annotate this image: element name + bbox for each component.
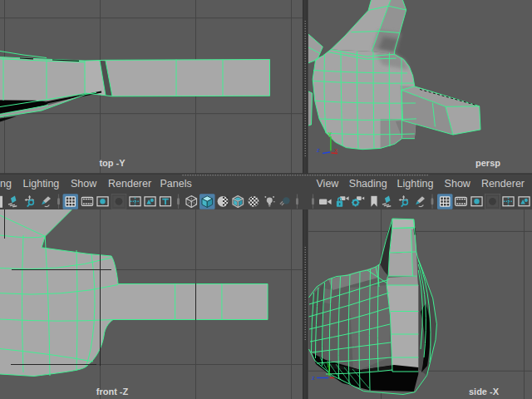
svg-text:Show: Show (71, 178, 97, 190)
svg-text:z: z (317, 147, 320, 153)
svg-text:Lighting: Lighting (397, 178, 434, 190)
svg-text:ng: ng (0, 178, 12, 190)
svg-text:Renderer: Renderer (481, 178, 525, 190)
svg-text:Renderer: Renderer (108, 178, 151, 190)
svg-text:front -Z: front -Z (96, 387, 129, 397)
svg-text:y: y (327, 361, 330, 367)
svg-text:Shading: Shading (349, 178, 387, 190)
svg-text:y: y (328, 131, 332, 137)
svg-text:Panels: Panels (160, 178, 192, 190)
svg-text:Lighting: Lighting (23, 178, 60, 190)
svg-text:Show: Show (445, 178, 471, 190)
svg-text:persp: persp (475, 158, 500, 168)
svg-text:top -Y: top -Y (99, 158, 126, 168)
svg-text:z: z (312, 375, 315, 381)
svg-text:x: x (335, 147, 338, 153)
svg-text:side -X: side -X (469, 387, 500, 397)
svg-text:View: View (317, 178, 340, 190)
